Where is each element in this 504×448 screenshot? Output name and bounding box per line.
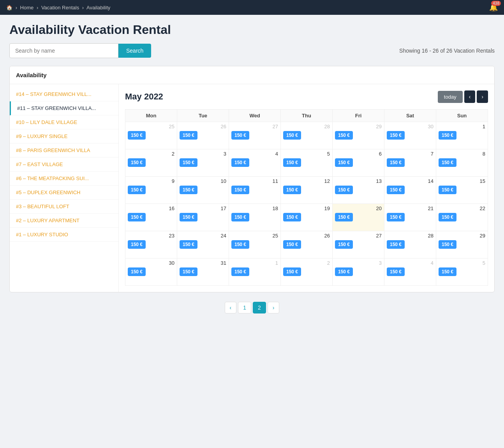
calendar-cell-w2d2: 11150 € — [229, 177, 281, 204]
price-badge[interactable]: 150 € — [128, 213, 146, 221]
price-badge[interactable]: 150 € — [283, 131, 301, 140]
sidebar-item-7[interactable]: #7 – EAST VILLAGE — [10, 158, 118, 172]
calendar-cell-w2d3: 12150 € — [281, 177, 333, 204]
calendar-cell-w1d6: 8150 € — [436, 149, 488, 177]
price-badge[interactable]: 150 € — [387, 186, 405, 194]
price-badge[interactable]: 150 € — [231, 158, 249, 167]
search-bar: Search Showing 16 - 26 of 26 Vacation Re… — [9, 43, 495, 58]
price-badge[interactable]: 150 € — [439, 186, 456, 194]
price-badge[interactable]: 150 € — [439, 213, 456, 221]
calendar-cell-w1d1: 3150 € — [177, 149, 229, 177]
next-month-button[interactable]: › — [477, 90, 488, 103]
calendar-cell-w1d3: 5150 € — [281, 149, 333, 177]
pagination-page-1[interactable]: 1 — [238, 302, 251, 313]
price-badge[interactable]: 150 € — [439, 158, 456, 167]
price-badge[interactable]: 150 € — [387, 267, 405, 276]
day-number: 11 — [231, 178, 278, 184]
sidebar-item-11[interactable]: #11 – STAY GREENWICH VILLA... — [10, 101, 118, 115]
price-badge[interactable]: 150 € — [439, 267, 456, 276]
prev-month-button[interactable]: ‹ — [464, 90, 476, 103]
sidebar-item-8[interactable]: #8 – PARIS GREENWICH VILLA — [10, 143, 118, 158]
weekday-header-mon: Mon — [125, 110, 177, 122]
price-badge[interactable]: 150 € — [283, 158, 301, 167]
price-badge[interactable]: 150 € — [180, 213, 197, 221]
day-number: 27 — [231, 124, 278, 129]
price-badge[interactable]: 150 € — [231, 240, 249, 249]
day-number: 8 — [439, 151, 485, 157]
sidebar-item-3[interactable]: #3 – BEAUTIFUL LOFT — [10, 200, 118, 214]
day-number: 5 — [439, 260, 485, 266]
pagination-page-2[interactable]: 2 — [253, 302, 266, 313]
price-badge[interactable]: 150 € — [231, 213, 249, 221]
sidebar-item-1[interactable]: #1 – LUXURY STUDIO — [10, 228, 118, 242]
calendar-cell-w0d0: 25150 € — [125, 122, 177, 149]
price-badge[interactable]: 150 € — [387, 131, 405, 140]
price-badge[interactable]: 150 € — [128, 240, 146, 249]
calendar-cell-w2d1: 10150 € — [177, 177, 229, 204]
price-badge[interactable]: 150 € — [180, 186, 197, 194]
calendar-cell-w4d1: 24150 € — [177, 231, 229, 259]
price-badge[interactable]: 150 € — [439, 131, 456, 140]
day-number: 24 — [180, 233, 226, 239]
calendar-cell-w5d2: 1150 € — [229, 259, 281, 286]
sidebar-item-6[interactable]: #6 – THE MEATPACKING SUI... — [10, 172, 118, 186]
calendar-cell-w1d5: 7150 € — [384, 149, 436, 177]
day-number: 22 — [439, 205, 485, 211]
price-badge[interactable]: 150 € — [335, 213, 353, 221]
price-badge[interactable]: 150 € — [283, 240, 301, 249]
calendar-header: May 2022 today ‹ › — [125, 90, 488, 103]
calendar-cell-w0d2: 27150 € — [229, 122, 281, 149]
weekday-header-fri: Fri — [333, 110, 384, 122]
today-button[interactable]: today — [438, 91, 463, 103]
breadcrumb-home[interactable]: Home — [20, 5, 34, 11]
price-badge[interactable]: 150 € — [180, 240, 197, 249]
day-number: 13 — [335, 178, 382, 184]
price-badge[interactable]: 150 € — [335, 240, 353, 249]
price-badge[interactable]: 150 € — [283, 186, 301, 194]
price-badge[interactable]: 150 € — [439, 240, 456, 249]
price-badge[interactable]: 150 € — [335, 131, 353, 140]
price-badge[interactable]: 150 € — [231, 267, 249, 276]
price-badge[interactable]: 150 € — [128, 131, 146, 140]
calendar-cell-w3d1: 17150 € — [177, 204, 229, 231]
day-number: 18 — [231, 205, 278, 211]
sidebar-item-14[interactable]: #14 – STAY GREENWICH VILL... — [10, 87, 118, 101]
price-badge[interactable]: 150 € — [231, 131, 249, 140]
search-input[interactable] — [9, 43, 118, 58]
price-badge[interactable]: 150 € — [387, 213, 405, 221]
price-badge[interactable]: 150 € — [180, 158, 197, 167]
price-badge[interactable]: 150 € — [180, 131, 197, 140]
price-badge[interactable]: 150 € — [283, 213, 301, 221]
price-badge[interactable]: 150 € — [128, 267, 146, 276]
notification-bell[interactable]: 🔔 438 — [489, 3, 498, 12]
sidebar-item-2[interactable]: #2 – LUXURY APARTMENT — [10, 214, 118, 228]
price-badge[interactable]: 150 € — [128, 186, 146, 194]
calendar-cell-w2d6: 15150 € — [436, 177, 488, 204]
price-badge[interactable]: 150 € — [231, 186, 249, 194]
pagination-prev[interactable]: ‹ — [225, 302, 237, 313]
price-badge[interactable]: 150 € — [387, 240, 405, 249]
price-badge[interactable]: 150 € — [180, 267, 197, 276]
availability-header: Availability — [10, 66, 494, 84]
sidebar-item-9[interactable]: #9 – LUXURY SINGLE — [10, 129, 118, 143]
search-button[interactable]: Search — [118, 44, 151, 58]
breadcrumb-bar: 🏠 › Home › Vacation Rentals › Availabili… — [0, 0, 504, 15]
price-badge[interactable]: 150 € — [128, 158, 146, 167]
day-number: 4 — [231, 151, 278, 157]
day-number: 16 — [128, 205, 174, 211]
calendar-cell-w4d0: 23150 € — [125, 231, 177, 259]
weekday-header-tue: Tue — [177, 110, 229, 122]
sidebar-item-10[interactable]: #10 – LILY DALE VILLAGE — [10, 115, 118, 129]
price-badge[interactable]: 150 € — [335, 158, 353, 167]
sidebar-item-5[interactable]: #5 – DUPLEX GREENWICH — [10, 186, 118, 200]
pagination-next[interactable]: › — [268, 302, 280, 313]
breadcrumb-vacation-rentals[interactable]: Vacation Rentals — [41, 5, 79, 11]
pagination: ‹12› — [9, 302, 495, 321]
price-badge[interactable]: 150 € — [335, 186, 353, 194]
calendar-cell-w4d2: 25150 € — [229, 231, 281, 259]
price-badge[interactable]: 150 € — [283, 267, 301, 276]
calendar-cell-w4d3: 26150 € — [281, 231, 333, 259]
price-badge[interactable]: 150 € — [387, 158, 405, 167]
price-badge[interactable]: 150 € — [335, 267, 353, 276]
day-number: 3 — [180, 151, 226, 157]
